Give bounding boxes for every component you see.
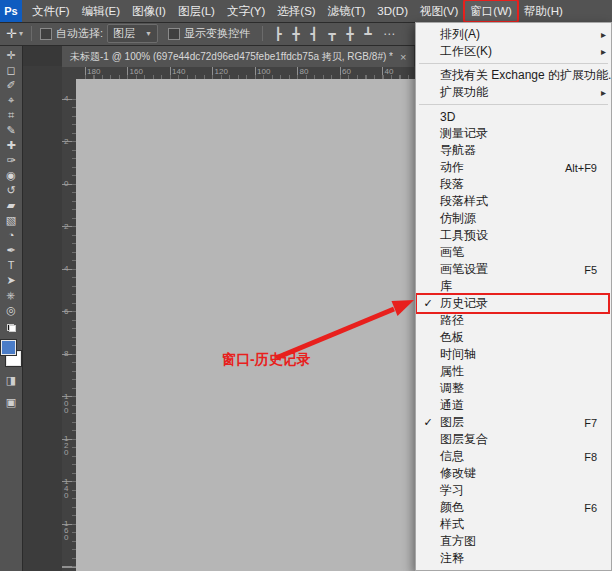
menubar-item[interactable]: 文字(Y) xyxy=(221,0,271,22)
submenu-arrow-icon: ▸ xyxy=(601,87,606,98)
menu-item-label: 排列(A) xyxy=(440,26,611,43)
align-right-edges-icon[interactable]: ┫ xyxy=(307,27,321,41)
window-menu-item[interactable]: ✓历史记录 xyxy=(416,295,611,312)
menu-item-label: 属性 xyxy=(440,363,611,380)
brush-tool[interactable]: ✑ xyxy=(0,153,22,168)
window-menu-item[interactable]: 路径 xyxy=(416,312,611,329)
align-vertical-centers-icon[interactable]: ╋ xyxy=(343,27,357,41)
window-menu-item[interactable]: 扩展功能▸ xyxy=(416,84,611,101)
ruler-label: 80 xyxy=(300,67,309,76)
window-menu-item[interactable]: 属性 xyxy=(416,363,611,380)
default-colors-icon[interactable] xyxy=(7,324,16,332)
window-menu-item[interactable]: 排列(A)▸ xyxy=(416,26,611,43)
menu-item-label: 色板 xyxy=(440,329,611,346)
move-tool-icon[interactable]: ✛ xyxy=(6,26,17,41)
menu-item-label: 工具预设 xyxy=(440,227,611,244)
menu-item-shortcut: Alt+F9 xyxy=(565,162,611,174)
eraser-tool[interactable]: ▰ xyxy=(0,198,22,213)
auto-select-label: 自动选择: xyxy=(56,26,103,41)
zoom-tool[interactable]: ◎ xyxy=(0,303,22,318)
window-menu-item[interactable]: 动作Alt+F9 xyxy=(416,159,611,176)
ruler-label: 160 xyxy=(130,67,143,76)
window-menu-item[interactable]: 工作区(K)▸ xyxy=(416,43,611,60)
menubar-item[interactable]: 文件(F) xyxy=(26,0,76,22)
window-menu-item[interactable]: 库 xyxy=(416,278,611,295)
window-menu-item[interactable]: 段落 xyxy=(416,176,611,193)
photoshop-logo-icon[interactable]: Ps xyxy=(0,0,22,22)
menubar-item[interactable]: 帮助(H) xyxy=(518,0,569,22)
gradient-tool[interactable]: ▧ xyxy=(0,213,22,228)
move-tool[interactable]: ✛ xyxy=(0,48,22,63)
eyedropper-tool[interactable]: ✎ xyxy=(0,123,22,138)
window-menu-item[interactable]: 段落样式 xyxy=(416,193,611,210)
healing-brush-tool[interactable]: ✚ xyxy=(0,138,22,153)
auto-select-checkbox[interactable] xyxy=(40,28,52,40)
window-menu-item[interactable]: 调整 xyxy=(416,380,611,397)
pen-tool[interactable]: ✒ xyxy=(0,243,22,258)
quick-mask-button[interactable]: ◨ xyxy=(0,372,22,388)
rectangular-marquee-tool[interactable]: ◻ xyxy=(0,63,22,78)
document-tab[interactable]: 未标题-1 @ 100% (697e44dc72d96ed475febe1ffd… xyxy=(62,45,414,67)
color-swatches xyxy=(1,340,21,366)
window-menu-item[interactable]: 颜色F6 xyxy=(416,499,611,516)
window-menu-item[interactable]: 仿制源 xyxy=(416,210,611,227)
window-menu-item[interactable]: 直方图 xyxy=(416,533,611,550)
align-left-edges-icon[interactable]: ┣ xyxy=(271,27,285,41)
auto-select-dropdown[interactable]: 图层 ▼ xyxy=(107,24,158,43)
window-menu-item[interactable]: 注释 xyxy=(416,550,611,567)
window-menu-item[interactable]: 3D xyxy=(416,108,611,125)
blur-tool[interactable]: ◔ xyxy=(0,228,22,243)
window-menu-item[interactable]: 学习 xyxy=(416,482,611,499)
window-menu-item[interactable]: ✓图层F7 xyxy=(416,414,611,431)
show-transform-checkbox[interactable] xyxy=(168,28,180,40)
window-menu-item[interactable]: 画笔 xyxy=(416,244,611,261)
crop-tool[interactable]: ⌗ xyxy=(0,108,22,123)
history-brush-tool[interactable]: ↺ xyxy=(0,183,22,198)
tool-preset-caret-icon[interactable]: ▾ xyxy=(19,29,23,38)
hand-tool[interactable]: ⎈ xyxy=(0,288,22,303)
menu-separator xyxy=(419,63,608,64)
window-menu-item[interactable]: 导航器 xyxy=(416,142,611,159)
window-menu-item[interactable]: 测量记录 xyxy=(416,125,611,142)
window-menu-item[interactable]: 画笔设置F5 xyxy=(416,261,611,278)
menubar-item[interactable]: 图层(L) xyxy=(172,0,221,22)
menu-item-shortcut: F8 xyxy=(584,451,611,463)
submenu-arrow-icon: ▸ xyxy=(601,29,606,40)
menubar-item[interactable]: 视图(V) xyxy=(414,0,464,22)
window-menu-item[interactable]: 时间轴 xyxy=(416,346,611,363)
menu-item-label: 图层复合 xyxy=(440,431,611,448)
menubar-item[interactable]: 3D(D) xyxy=(371,0,414,22)
window-menu-item[interactable]: 工具预设 xyxy=(416,227,611,244)
align-horizontal-centers-icon[interactable]: ╋ xyxy=(289,27,303,41)
path-selection-tool[interactable]: ➤ xyxy=(0,273,22,288)
menu-item-label: 画笔设置 xyxy=(440,261,584,278)
menubar-item[interactable]: 选择(S) xyxy=(271,0,321,22)
window-menu-item[interactable]: 修改键 xyxy=(416,465,611,482)
menubar-item[interactable]: 窗口(W) xyxy=(464,0,518,22)
menu-item-label: 画笔 xyxy=(440,244,611,261)
ruler-label: 4 xyxy=(64,95,68,102)
align-top-edges-icon[interactable]: ┳ xyxy=(325,27,339,41)
ruler-label: 4 xyxy=(64,265,68,272)
menubar-item[interactable]: 图像(I) xyxy=(126,0,172,22)
window-menu-item[interactable]: 信息F8 xyxy=(416,448,611,465)
menubar-item[interactable]: 编辑(E) xyxy=(76,0,126,22)
window-menu-item[interactable]: 样式 xyxy=(416,516,611,533)
tab-close-icon[interactable]: × xyxy=(400,51,406,63)
clone-stamp-tool[interactable]: ◉ xyxy=(0,168,22,183)
screen-mode-button[interactable]: ▣ xyxy=(0,394,22,410)
quick-selection-tool[interactable]: ⌖ xyxy=(0,93,22,108)
window-menu-item[interactable]: 图层复合 xyxy=(416,431,611,448)
lasso-tool[interactable]: ✐ xyxy=(0,78,22,93)
foreground-color-swatch[interactable] xyxy=(1,340,16,355)
window-menu-item[interactable]: 通道 xyxy=(416,397,611,414)
menu-bar: Ps 文件(F)编辑(E)图像(I)图层(L)文字(Y)选择(S)滤镜(T)3D… xyxy=(0,0,612,23)
type-tool[interactable]: T xyxy=(0,258,22,273)
window-menu-item[interactable]: 查找有关 Exchange 的扩展功能... xyxy=(416,67,611,84)
menu-item-label: 信息 xyxy=(440,448,584,465)
more-options-icon[interactable]: ⋯ xyxy=(383,27,396,41)
window-menu-item[interactable]: 色板 xyxy=(416,329,611,346)
ruler-label: 120 xyxy=(215,67,228,76)
menubar-item[interactable]: 滤镜(T) xyxy=(322,0,372,22)
align-bottom-edges-icon[interactable]: ┻ xyxy=(361,27,375,41)
